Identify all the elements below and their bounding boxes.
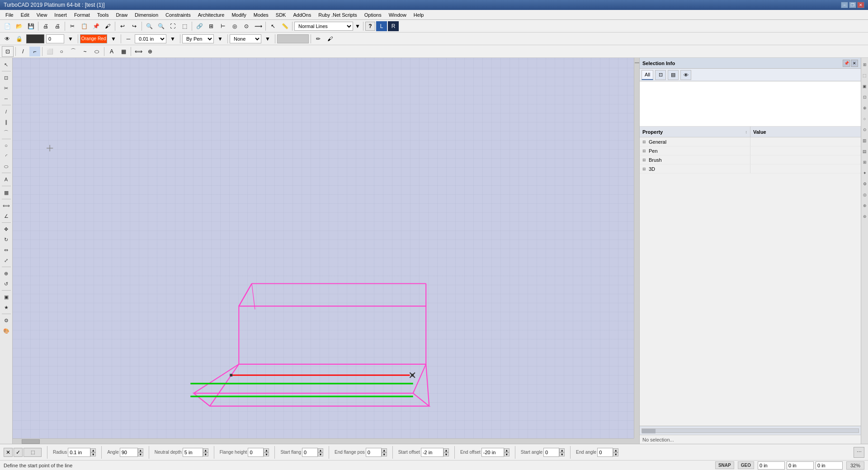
scale-btn[interactable]: ⤢ [1,255,11,265]
bezier-btn[interactable]: ⌒ [1,127,11,137]
print-preview-button[interactable]: 🖨 [52,21,63,31]
redo-button[interactable]: ↪ [129,21,140,31]
select-arrow-btn[interactable]: ↖ [1,60,11,70]
new-button[interactable]: 📄 [2,21,13,31]
angle-down-btn[interactable]: ▼ [138,452,143,456]
canvas-vertical-scrollbar[interactable] [634,58,639,438]
rfar-btn-10[interactable]: ⊞ [862,157,868,167]
undo-button[interactable]: ↩ [117,21,128,31]
panel-close-button[interactable]: ✕ [851,60,858,67]
panel-scroll-track[interactable] [642,428,859,433]
menu-modes[interactable]: Modes [250,10,272,19]
rfar-btn-12[interactable]: ⚙ [862,179,868,189]
sf-up-btn[interactable]: ▲ [318,448,323,452]
hatch-btn[interactable]: ▦ [118,47,129,56]
dim-btn[interactable]: ⟺ [133,47,144,56]
menu-file[interactable]: File [2,10,17,19]
menu-draw[interactable]: Draw [112,10,131,19]
pen-width-dropdown-btn[interactable]: ▼ [167,34,178,44]
zoom-fit-button[interactable]: ⛶ [167,21,178,31]
minimize-button[interactable]: − [841,2,848,8]
sort-icon[interactable]: ↕ [745,130,748,134]
layer-visibility-btn[interactable]: 👁 [2,34,13,44]
color-picker[interactable]: Orange Red [80,34,107,43]
close-button[interactable]: ✕ [857,2,864,8]
more-params-btn[interactable]: ⋯ [854,447,864,458]
circle-tool-btn[interactable]: ○ [1,141,11,150]
arc-tool-btn[interactable]: ◜ [1,151,11,161]
paste-button[interactable]: 📌 [90,21,101,31]
start-flang-input[interactable] [302,448,318,457]
snap-button[interactable]: 🔗 [194,21,205,31]
start-offset-input[interactable] [421,448,443,457]
menu-help[interactable]: Help [410,10,428,19]
zoom-in-button[interactable]: 🔍 [144,21,155,31]
line-style-dropdown[interactable]: Normal Lines [294,22,353,31]
mirror-btn[interactable]: ⇔ [1,245,11,255]
radius-input[interactable] [68,448,90,457]
fh-up-btn[interactable]: ▲ [264,448,269,452]
copy-button[interactable]: 📋 [79,21,90,31]
rfar-btn-4[interactable]: ⊡ [862,92,868,102]
ea-up-btn[interactable]: ▲ [613,448,618,452]
menu-window[interactable]: Window [385,10,410,19]
nd-up-btn[interactable]: ▲ [203,448,208,452]
nd-down-btn[interactable]: ▼ [203,452,208,456]
fill-dropdown-btn[interactable]: ▼ [262,34,273,44]
angular-dim-btn[interactable]: ∠ [1,211,11,221]
scroll-thumb-h[interactable] [22,439,40,444]
hatch-fill-btn[interactable]: ▦ [1,188,11,197]
rfar-btn-6[interactable]: ○ [862,114,868,124]
rfar-btn-1[interactable]: ⊞ [862,60,868,70]
3d-rotate-btn[interactable]: ↺ [1,279,11,289]
all-tab[interactable]: All [642,70,653,80]
sa-up-btn[interactable]: ▲ [559,448,565,452]
fill-dropdown[interactable]: None [230,34,261,43]
sf-down-btn[interactable]: ▼ [318,452,323,456]
menu-constraints[interactable]: Constraints [162,10,194,19]
rect-btn[interactable]: ⬜ [44,47,55,56]
flange-height-input[interactable] [248,448,264,457]
menu-architecture[interactable]: Architecture [194,10,228,19]
grid-button[interactable]: ⊞ [206,21,217,31]
scroll-thumb-v[interactable] [635,62,639,63]
end-angle-input[interactable] [597,448,613,457]
circle-btn[interactable]: ○ [56,47,67,56]
symbol-btn[interactable]: ⊕ [145,47,156,56]
end-flange-pos-input[interactable] [366,448,382,457]
block-btn[interactable]: ▣ [1,292,11,302]
layer-dropdown-btn[interactable]: ▼ [65,34,76,44]
node-edit-btn[interactable]: ⊡ [1,73,11,83]
menu-addons[interactable]: AddOns [289,10,315,19]
color-dropdown-btn[interactable]: ▼ [108,34,119,44]
line-draw-btn[interactable]: / [18,47,28,56]
line-style-btn[interactable]: ▼ [354,21,361,31]
pen-width-dropdown[interactable]: 0.01 in [135,34,166,43]
menu-sdk[interactable]: SDK [272,10,290,19]
menu-ruby[interactable]: Ruby .Net Scripts [315,10,361,19]
x-coordinate-input[interactable] [758,461,785,470]
rfar-btn-8[interactable]: ▥ [862,136,868,146]
pen-btn[interactable]: ✏ [313,34,324,44]
render-button[interactable]: R [388,21,399,31]
general-property-name[interactable]: ⊞ General [640,137,750,146]
pen-property-name[interactable]: ⊞ Pen [640,146,750,155]
rfar-btn-2[interactable]: ⬚ [862,70,868,80]
angle-up-btn[interactable]: ▲ [138,448,143,452]
angle-input[interactable] [120,448,138,457]
3d-move-btn[interactable]: ⊕ [1,268,11,278]
double-line-btn[interactable]: ∥ [1,117,11,127]
z-coordinate-input[interactable] [816,461,843,470]
pen-type-dropdown-btn[interactable]: ▼ [215,34,226,44]
brush-btn[interactable]: 🖌 [325,34,335,44]
pen-type-dropdown[interactable]: By Pen [182,34,214,43]
operation-type-btn[interactable]: ⬚ [24,448,42,457]
view-options-btn[interactable]: 👁 [680,70,691,80]
layer-lock-btn[interactable]: 🔒 [14,34,24,44]
zoom-window-button[interactable]: ⬚ [179,21,190,31]
layer-manager-button[interactable]: L [376,21,387,31]
start-angle-input[interactable] [543,448,559,457]
menu-options[interactable]: Options [361,10,385,19]
palette-btn[interactable]: 🎨 [1,326,11,336]
rfar-btn-14[interactable]: ⊛ [862,201,868,211]
